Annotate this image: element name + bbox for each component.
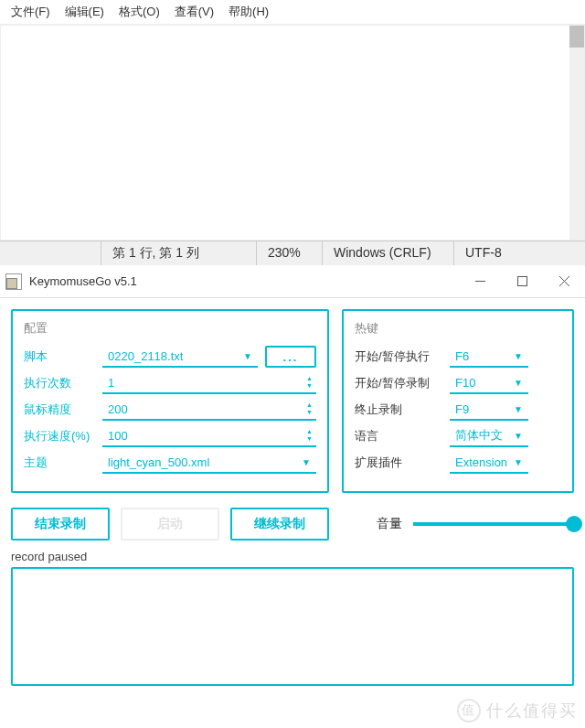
menu-file[interactable]: 文件(F) [4, 2, 58, 22]
minimize-button[interactable] [459, 265, 501, 298]
ext-select[interactable]: Extension▼ [450, 452, 528, 474]
app-icon [5, 273, 22, 290]
status-text: record paused [11, 550, 574, 563]
app-body: 配置 脚本 0220_2118.txt▼ ... 执行次数 1▲▼ 鼠标精度 2… [0, 298, 585, 697]
precision-spinner[interactable]: 200▲▼ [102, 399, 316, 421]
notepad-menubar: 文件(F) 编辑(E) 格式(O) 查看(V) 帮助(H) [0, 0, 585, 25]
svg-rect-1 [517, 277, 526, 286]
window-title: KeymomuseGo v5.1 [29, 274, 459, 288]
volume-slider[interactable] [413, 522, 574, 526]
log-area[interactable] [11, 567, 574, 686]
volume-label: 音量 [377, 516, 402, 532]
status-empty [0, 241, 101, 265]
chevron-down-icon: ▼ [514, 378, 523, 388]
start-exec-select[interactable]: F6▼ [450, 346, 528, 368]
config-heading: 配置 [24, 320, 316, 337]
chevron-down-icon: ▼ [514, 431, 523, 441]
start-rec-select[interactable]: F10▼ [450, 372, 528, 394]
menu-view[interactable]: 查看(V) [167, 2, 221, 22]
continue-record-button[interactable]: 继续录制 [230, 508, 329, 541]
theme-combo[interactable]: light_cyan_500.xml▼ [102, 452, 316, 474]
status-position: 第 1 行, 第 1 列 [101, 241, 256, 265]
slider-knob[interactable] [566, 516, 582, 532]
script-combo[interactable]: 0220_2118.txt▼ [102, 346, 258, 368]
spinner-arrows-icon[interactable]: ▲▼ [306, 399, 313, 419]
maximize-button[interactable] [501, 265, 543, 298]
times-label: 执行次数 [24, 375, 102, 391]
scrollbar-track[interactable] [569, 26, 584, 240]
speed-label: 执行速度(%) [24, 428, 102, 444]
chevron-down-icon: ▼ [243, 351, 252, 361]
lang-select[interactable]: 简体中文▼ [450, 425, 528, 447]
stop-rec-select[interactable]: F9▼ [450, 399, 528, 421]
close-button[interactable] [543, 265, 585, 298]
run-button[interactable]: 启动 [121, 508, 219, 541]
spinner-arrows-icon[interactable]: ▲▼ [306, 372, 313, 392]
lang-label: 语言 [355, 428, 450, 444]
status-encoding: UTF-8 [453, 241, 585, 265]
start-rec-label: 开始/暂停录制 [355, 375, 450, 391]
notepad-text-area[interactable] [0, 25, 585, 241]
titlebar: KeymomuseGo v5.1 [0, 265, 585, 298]
stop-rec-label: 终止录制 [355, 401, 450, 418]
hotkey-heading: 热键 [355, 320, 561, 337]
menu-help[interactable]: 帮助(H) [221, 2, 276, 22]
precision-label: 鼠标精度 [24, 401, 102, 418]
spinner-arrows-icon[interactable]: ▲▼ [306, 425, 313, 445]
browse-button[interactable]: ... [265, 346, 316, 368]
config-panel: 配置 脚本 0220_2118.txt▼ ... 执行次数 1▲▼ 鼠标精度 2… [11, 309, 329, 493]
script-label: 脚本 [24, 348, 102, 365]
ext-label: 扩展插件 [355, 455, 450, 471]
chevron-down-icon: ▼ [514, 457, 523, 467]
status-zoom: 230% [256, 241, 322, 265]
menu-edit[interactable]: 编辑(E) [58, 2, 112, 22]
chevron-down-icon: ▼ [302, 457, 311, 467]
chevron-down-icon: ▼ [514, 351, 523, 361]
stop-record-button[interactable]: 结束录制 [11, 508, 110, 541]
status-eol: Windows (CRLF) [322, 241, 453, 265]
speed-spinner[interactable]: 100▲▼ [102, 425, 316, 447]
theme-label: 主题 [24, 455, 102, 471]
start-exec-label: 开始/暂停执行 [355, 348, 450, 365]
times-spinner[interactable]: 1▲▼ [102, 372, 316, 394]
hotkey-panel: 热键 开始/暂停执行F6▼ 开始/暂停录制F10▼ 终止录制F9▼ 语言简体中文… [342, 309, 574, 493]
menu-format[interactable]: 格式(O) [112, 2, 167, 22]
scrollbar-thumb[interactable] [569, 26, 584, 48]
notepad-statusbar: 第 1 行, 第 1 列 230% Windows (CRLF) UTF-8 [0, 241, 585, 265]
chevron-down-icon: ▼ [514, 404, 523, 414]
